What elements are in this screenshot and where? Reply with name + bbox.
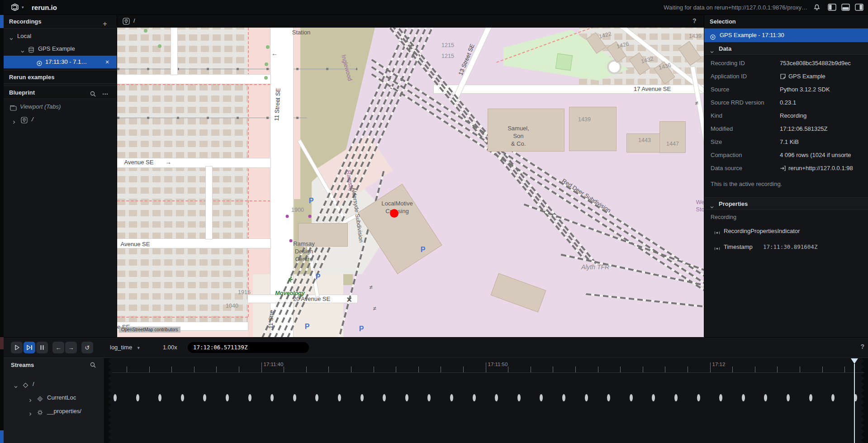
blueprint-item-label: Viewport (Tabs) xyxy=(20,103,61,110)
pause-button[interactable] xyxy=(36,342,48,353)
toggle-bottom-panel-icon[interactable] xyxy=(841,4,850,11)
property-value: 17:11:30.891604Z xyxy=(763,241,817,253)
chevron-right-icon[interactable] xyxy=(28,395,33,400)
chevron-down-icon[interactable] xyxy=(9,33,14,39)
timeline-data-dot xyxy=(383,394,386,401)
timeline-data-dot xyxy=(270,394,274,401)
map-marker-neq: ≠ xyxy=(695,100,698,107)
map-railway-track xyxy=(285,28,436,337)
timeline-data-dot xyxy=(405,394,408,401)
map-street xyxy=(206,167,212,239)
stream-row-currentloc[interactable]: CurrentLoc xyxy=(4,392,104,404)
chevron-right-icon[interactable] xyxy=(28,409,33,414)
add-recording-button[interactable]: + xyxy=(103,17,111,25)
map-marker-tree xyxy=(266,45,270,49)
map-label: Avenue SE xyxy=(124,159,154,167)
map-marker-neq: ≠ xyxy=(373,305,376,313)
map-building xyxy=(357,184,442,274)
play-button[interactable] xyxy=(11,342,23,353)
time-cursor-handle[interactable] xyxy=(851,358,858,364)
data-row-value: 7.1 KiB xyxy=(780,135,868,148)
notifications-bell-icon[interactable] xyxy=(813,3,821,11)
map-attribution[interactable]: OpenStreetMap contributors xyxy=(119,327,180,333)
property-row-timestamp[interactable]: Timestamp 17:11:30.891604Z xyxy=(704,241,868,253)
property-name: RecordingPropertiesIndicator xyxy=(724,228,800,234)
toggle-left-panel-icon[interactable] xyxy=(828,4,836,11)
current-time-field[interactable]: 17:12:06.571139Z xyxy=(188,342,309,353)
timeline-data-dot xyxy=(697,394,700,401)
data-row-label: Compaction xyxy=(711,148,742,162)
stream-row-properties[interactable]: __properties/ xyxy=(4,405,104,417)
blueprint-item-viewport[interactable]: Viewport (Tabs) xyxy=(4,101,117,113)
stream-label: CurrentLoc xyxy=(47,394,76,401)
loop-button[interactable]: ↺ xyxy=(81,342,93,353)
timeline-selector[interactable]: log_time ▼ xyxy=(110,344,141,351)
sidebar-item-gps-example[interactable]: GPS Example xyxy=(4,43,117,55)
playback-speed[interactable]: 1.00x xyxy=(163,344,177,351)
map-marker-crossing: × xyxy=(346,294,352,305)
properties-section-header[interactable]: Properties xyxy=(704,197,868,210)
edge-accent-top xyxy=(0,15,4,28)
map-marker-purple-dot xyxy=(286,215,289,218)
data-section-header[interactable]: Data xyxy=(704,42,868,55)
timeline-data-dot xyxy=(226,394,229,401)
rerun-examples-header[interactable]: Rerun examples xyxy=(4,70,117,84)
active-recording-note: This is the active recording. xyxy=(711,181,782,187)
timeline-region[interactable]: 17:11:4017:11:5017:12 xyxy=(104,358,868,443)
component-icon xyxy=(714,244,721,251)
time-panel: ← → ↺ log_time ▼ 1.00x 17:12:06.571139Z … xyxy=(4,337,868,443)
map-label: 1443 xyxy=(638,137,651,144)
logo-menu-caret[interactable]: ▾ xyxy=(22,5,24,10)
step-back-button[interactable]: ← xyxy=(52,342,64,353)
selected-recording-row[interactable]: GPS Example - 17:11:30 xyxy=(704,29,868,42)
view-header[interactable]: / ? xyxy=(117,15,704,28)
map-street xyxy=(117,75,270,84)
follow-button[interactable] xyxy=(24,342,35,353)
step-forward-button[interactable]: → xyxy=(65,342,77,353)
timeline-data-dot xyxy=(540,394,543,401)
map-marker-arrow: ↑ xyxy=(270,307,273,315)
chevron-down-icon[interactable] xyxy=(14,381,19,387)
data-row: KindRecording xyxy=(704,109,868,122)
more-options-icon[interactable]: ⋯ xyxy=(102,87,110,95)
recordings-panel-header[interactable]: Recordings + xyxy=(4,15,117,29)
data-row-label: Source xyxy=(711,83,729,96)
stream-row-root[interactable]: / xyxy=(4,378,104,390)
toggle-right-panel-icon[interactable] xyxy=(855,4,863,11)
selected-recording-label: GPS Example - 17:11:30 xyxy=(720,32,784,38)
map-label: Samuel, Son & Co. xyxy=(508,125,529,148)
search-icon[interactable] xyxy=(90,362,96,370)
map-marker-arrow: ↑ xyxy=(278,95,281,104)
property-row-indicator[interactable]: RecordingPropertiesIndicator xyxy=(704,225,868,237)
entity-icon xyxy=(23,381,30,388)
data-row-value: GPS Example xyxy=(780,70,868,83)
rerun-logo-icon[interactable] xyxy=(11,3,19,11)
edge-accent-mid xyxy=(0,337,4,349)
sidebar-item-local[interactable]: Local xyxy=(4,30,117,42)
chevron-down-icon[interactable] xyxy=(20,46,26,52)
map-canvas[interactable]: Station11 Street SE11 Stre13 Street SE17… xyxy=(117,28,704,337)
search-icon[interactable] xyxy=(90,89,98,97)
timeline-data-dot xyxy=(517,394,521,401)
timeline-help-button[interactable]: ? xyxy=(860,343,864,350)
map-pin-icon xyxy=(123,18,130,25)
timeline-data-dot xyxy=(473,394,476,401)
map-street xyxy=(171,28,177,75)
map-label: 20 Avenue SE xyxy=(293,295,330,303)
view-help-button[interactable]: ? xyxy=(693,17,697,24)
blueprint-panel-header[interactable]: Blueprint ⋯ xyxy=(4,86,117,99)
timeline-data-dot xyxy=(674,394,678,401)
blueprint-item-root[interactable]: / xyxy=(4,114,117,125)
data-source-icon xyxy=(780,165,786,171)
selection-panel: Selection GPS Example - 17:11:30 Data Re… xyxy=(704,15,868,337)
close-recording-button[interactable]: × xyxy=(105,56,109,68)
chevron-right-icon[interactable] xyxy=(12,117,17,122)
gps-position-dot[interactable] xyxy=(390,209,398,218)
data-row: Modified17:12:06.581325Z xyxy=(704,122,868,135)
sidebar-item-recording-selected[interactable]: 17:11:30 - 7.1… × xyxy=(4,56,117,68)
data-row-label: Recording ID xyxy=(711,57,745,70)
data-row-label: Source RRD version xyxy=(711,96,764,109)
data-row-value: Recording xyxy=(780,109,868,122)
data-row: Size7.1 KiB xyxy=(704,135,868,148)
map-label: Avenue SE xyxy=(121,241,150,248)
